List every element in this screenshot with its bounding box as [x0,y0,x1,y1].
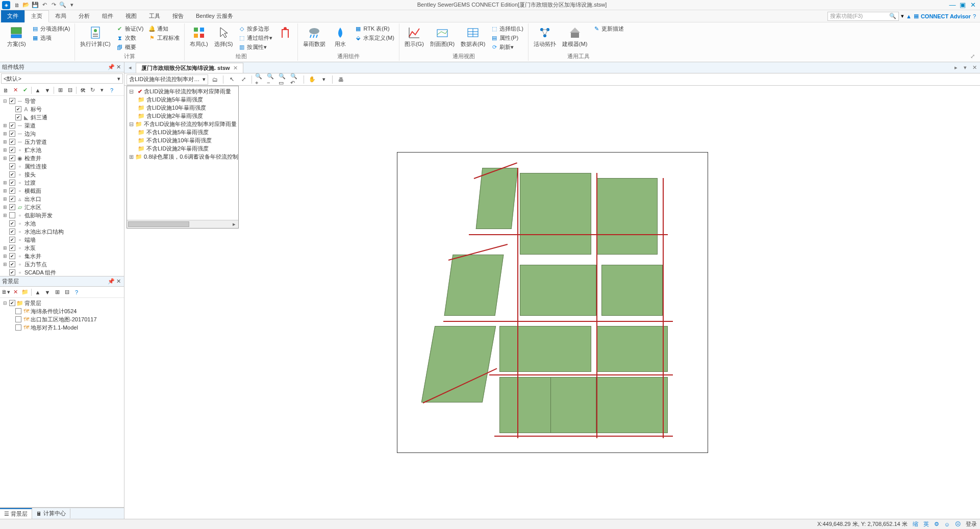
rtk-table-button[interactable]: ▦RTK 表(R) [353,24,396,33]
tab-prev-icon[interactable]: ◂ [127,64,134,71]
ribbon-expand-icon[interactable]: ▾ [901,13,904,19]
delete-icon[interactable]: ✕ [11,86,20,95]
tree-item[interactable]: ⊞─压力管道 [1,138,123,146]
tab-view[interactable]: 视图 [119,10,143,22]
checkbox[interactable] [9,122,15,129]
checkbox[interactable] [15,114,21,120]
panel-close-icon[interactable]: ✕ [115,64,122,70]
tab-layout[interactable]: 布局 [49,10,72,22]
move-up-icon[interactable]: ▲ [33,86,42,95]
background-tree[interactable]: ⊟📁背景层🗺海绵条件统计0524🗺出口加工区地图-20170117🗺地形对齐1.… [0,298,124,507]
expand-icon[interactable] [129,113,136,119]
zoom-indicator[interactable]: 缩 [913,520,918,528]
tree-item[interactable]: ⊞▫横截面 [1,187,123,195]
expand-icon[interactable]: ⊞ [2,156,8,161]
tree-item[interactable]: ⊞▫贮水池 [1,146,123,154]
checkbox[interactable] [9,261,15,267]
layout-button[interactable]: 布局(L) [188,24,210,48]
scenario-item[interactable]: ⊞ 📁0.8绿色屋顶，0.6调蓄设备年径流控制率对 [128,153,237,161]
tab-report[interactable]: 报告 [166,10,190,22]
profile-button[interactable]: 剖面图(R) [428,24,457,48]
tree-item[interactable]: ▫接头 [1,170,123,179]
expand-icon[interactable]: ⊞ [2,139,8,144]
select-button[interactable]: 选择(S) [212,24,235,48]
tree-item[interactable]: ⊞▱汇水区 [1,203,123,211]
selection-set-button[interactable]: ⬚选择组(L) [489,24,524,33]
expand-icon[interactable]: ⊞ [2,245,8,250]
new-bg-icon[interactable]: 🗎▾ [1,288,10,297]
storm-data-button[interactable]: 暴雨数据 [301,24,328,48]
panel-close-icon[interactable]: ✕ [115,278,122,285]
scenario-combo[interactable]: 含LID设施年径流控制率对应降雨! ▾ [127,74,208,85]
scenario-item[interactable]: ⊟ 📁不含LID设施年径流控制率对应降雨量 [128,120,237,128]
collapse-icon[interactable]: ⊟ [62,288,71,297]
minimize-icon[interactable]: — [947,1,958,9]
help-icon[interactable]: ? [973,13,976,19]
validate-button[interactable]: ✔验证(V) [115,24,145,33]
document-tab[interactable]: 厦门市政细致分区加海绵设施. stsw ✕ [136,63,243,73]
expand-icon[interactable]: ⊞ [2,196,8,201]
expand-icon[interactable]: ⊞ [53,288,62,297]
check-icon[interactable]: ✔ [20,86,30,95]
up-icon[interactable]: ▲ [33,288,42,297]
tree-item[interactable]: ▫属性连接 [1,162,123,170]
zoom-out-icon[interactable]: 🔍− [267,74,277,85]
checkbox[interactable] [9,131,15,137]
close-icon[interactable]: ✕ [968,1,978,9]
tree-item[interactable]: ⊞▫水泵 [1,244,123,252]
checkbox[interactable] [9,139,15,145]
compute-button[interactable]: 执行计算(C) [78,24,112,48]
tree-item[interactable]: ⊞▵出水口 [1,195,123,203]
tree-item[interactable]: ⊞▫低影响开发 [1,211,123,219]
scenario-item[interactable]: ⊟ ✔含LID设施年径流控制率对应降雨量 [128,87,237,95]
scenario-item[interactable]: 📁不含LID设施5年暴雨强度 [128,128,237,136]
standards-button[interactable]: ⚑工程标准 [147,34,181,42]
restore-icon[interactable]: ▣ [958,1,968,9]
down-icon[interactable]: ▼ [43,288,52,297]
connect-advisor-icon[interactable]: ▦ [914,13,919,19]
tab-background-layers[interactable]: ☰背景层 [0,508,32,519]
expand-icon[interactable] [129,96,136,103]
zoom-window-icon[interactable]: 🔍▭ [279,74,289,85]
tree-item[interactable]: A标号 [1,105,123,113]
tree-item[interactable]: ⊞─边沟 [1,130,123,138]
ime-indicator[interactable]: 英 [923,520,929,528]
zoom-prev-icon[interactable]: 🔍↶ [290,74,300,85]
pan-dropdown-icon[interactable]: ▾ [319,74,329,85]
collapse-ribbon-icon[interactable]: ▲ [906,13,912,19]
tab-compute-center[interactable]: 🖩计算中心 [32,509,70,518]
help-icon[interactable]: ? [107,86,116,95]
checkbox[interactable] [15,308,21,314]
expand-icon[interactable]: ⊟ [129,121,134,128]
by-component-button[interactable]: ⬚通过组件▾ [237,34,274,42]
tree-item[interactable]: ⊟─导管 [1,97,123,105]
tree-item[interactable]: 🗺海绵条件统计0524 [1,307,123,315]
pan-icon[interactable]: ✋ [307,74,317,85]
checkbox[interactable] [9,180,15,186]
scenario-tree-hscroll[interactable]: ◂ ▸ [127,220,238,228]
tree-item[interactable]: 🗺地形对齐1.1-Model [1,323,123,332]
checkbox[interactable] [9,237,15,243]
expand-icon[interactable]: ⊞ [2,205,8,210]
help-icon[interactable]: ? [72,288,81,297]
scroll-thumb[interactable] [128,221,189,227]
expand-icon[interactable] [129,137,136,143]
qat-save-icon[interactable]: 💾 [31,1,40,9]
ribbon-collapse-icon[interactable]: ⤢ [970,53,975,60]
active-topology-button[interactable]: 活动拓扑 [532,24,558,48]
tree-item[interactable]: ▫水池出水口结构 [1,228,123,236]
print-icon[interactable]: 🖶 [336,74,346,85]
checkbox[interactable] [9,147,15,153]
scenario-item[interactable]: 📁含LID设施10年暴雨强度 [128,104,237,112]
expand-icon[interactable]: ⊞ [2,188,8,193]
scenario-item[interactable]: 📁不含LID设施10年暴雨强度 [128,136,237,144]
water-usage-button[interactable]: 用水 [330,24,351,48]
modelbuilder-button[interactable]: 建模器(M) [560,24,590,48]
sync-icon[interactable]: ↻ [88,86,97,95]
notify-button[interactable]: 🔔通知 [147,24,181,33]
tab-cloud[interactable]: Bentley 云服务 [190,10,239,22]
qat-analyze-icon[interactable]: 🔍 [58,1,67,9]
tab-components[interactable]: 组件 [96,10,119,22]
checkbox[interactable] [9,155,15,161]
tree-item[interactable]: ▫端墙 [1,236,123,244]
